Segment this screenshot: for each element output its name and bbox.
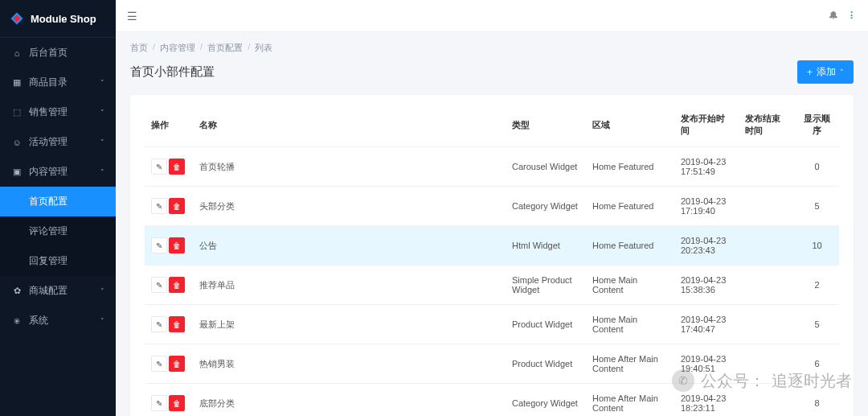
chevron-icon: ˅ [100, 109, 104, 117]
nav-label: 系统 [29, 314, 100, 327]
sidebar-item[interactable]: ⌂ 后台首页 [0, 38, 116, 68]
nav-label: 商城配置 [29, 284, 100, 298]
nav: ⌂ 后台首页 ▦ 商品目录 ˅⬚ 销售管理 ˅☺ 活动管理 ˅▣ 内容管理 ˄首… [0, 38, 116, 416]
sidebar-item[interactable]: ▣ 内容管理 ˄ [0, 157, 116, 187]
hamburger-icon[interactable]: ☰ [127, 10, 137, 23]
cell-zone: Home After Main Content [586, 344, 674, 384]
nav-sub-label: 首页配置 [29, 195, 104, 208]
cell-start: 2019-04-2317:51:49 [674, 147, 739, 187]
table-row[interactable]: ✎ 🗑 公告 Html Widget Home Featured 2019-04… [145, 226, 839, 266]
cell-order: 0 [795, 147, 839, 187]
table-row[interactable]: ✎ 🗑 首页轮播 Carousel Widget Home Featured 2… [145, 147, 839, 187]
cell-name: 推荐单品 [193, 266, 506, 305]
brand-name: Module Shop [31, 13, 96, 25]
nav-icon: ▦ [11, 77, 23, 88]
delete-button[interactable]: 🗑 [169, 198, 185, 214]
cell-order: 5 [795, 187, 839, 226]
sidebar-item[interactable]: ▦ 商品目录 ˅ [0, 68, 116, 97]
cell-start: 2019-04-2315:38:36 [674, 266, 739, 305]
edit-button[interactable]: ✎ [151, 395, 167, 411]
bell-icon[interactable]: 🔔︎ [828, 10, 838, 22]
widget-table: 操作 名称 类型 区域 发布开始时间 发布结束时间 显示顺序 ✎ 🗑 首页轮播 … [145, 103, 839, 416]
th-type: 类型 [506, 103, 586, 147]
cell-zone: Home Featured [586, 147, 674, 187]
delete-button[interactable]: 🗑 [169, 237, 185, 253]
chevron-icon: ˅ [100, 79, 104, 87]
cell-order: 5 [795, 305, 839, 344]
edit-button[interactable]: ✎ [151, 316, 167, 332]
cell-start: 2019-04-2317:40:47 [674, 305, 739, 344]
cell-zone: Home Featured [586, 187, 674, 226]
edit-button[interactable]: ✎ [151, 159, 167, 175]
edit-button[interactable]: ✎ [151, 237, 167, 253]
nav-icon: ⌂ [11, 48, 23, 58]
cell-end [739, 147, 795, 187]
chevron-down-icon: ˅ [840, 68, 844, 76]
nav-label: 商品目录 [29, 76, 100, 89]
cell-end [739, 305, 795, 344]
nav-icon: ⛯ [11, 316, 23, 326]
breadcrumb-item[interactable]: 首页 [130, 42, 148, 54]
sidebar-subitem[interactable]: 首页配置 [0, 187, 116, 216]
delete-button[interactable]: 🗑 [169, 277, 185, 293]
brand-logo-icon [10, 11, 24, 26]
add-button[interactable]: + 添加 ˅ [797, 60, 854, 84]
nav-icon: ☺ [11, 138, 23, 147]
nav-label: 后台首页 [29, 46, 104, 60]
edit-button[interactable]: ✎ [151, 356, 167, 372]
cell-type: Product Widget [506, 344, 586, 384]
breadcrumb-sep: / [200, 42, 203, 54]
breadcrumb-item[interactable]: 内容管理 [160, 42, 195, 54]
th-op: 操作 [145, 103, 193, 147]
cell-type: Html Widget [506, 226, 586, 266]
chevron-icon: ˅ [100, 317, 104, 325]
nav-label: 内容管理 [29, 165, 100, 179]
breadcrumb-sep: / [248, 42, 250, 54]
table-row[interactable]: ✎ 🗑 底部分类 Category Widget Home After Main… [145, 384, 839, 417]
delete-button[interactable]: 🗑 [169, 159, 185, 175]
edit-button[interactable]: ✎ [151, 198, 167, 214]
breadcrumb-item: 列表 [255, 42, 272, 54]
cell-name: 公告 [193, 226, 506, 266]
delete-button[interactable]: 🗑 [169, 356, 185, 372]
table-row[interactable]: ✎ 🗑 头部分类 Category Widget Home Featured 2… [145, 187, 839, 226]
cell-name: 热销男装 [193, 344, 506, 384]
chevron-icon: ˄ [100, 168, 104, 176]
th-zone: 区域 [586, 103, 674, 147]
table-row[interactable]: ✎ 🗑 最新上架 Product Widget Home Main Conten… [145, 305, 839, 344]
table-row[interactable]: ✎ 🗑 热销男装 Product Widget Home After Main … [145, 344, 839, 384]
cell-start: 2019-04-2318:23:11 [674, 384, 739, 417]
cell-zone: Home Featured [586, 226, 674, 266]
table-row[interactable]: ✎ 🗑 推荐单品 Simple Product Widget Home Main… [145, 266, 839, 305]
nav-sub-label: 评论管理 [29, 224, 104, 238]
sidebar-item[interactable]: ✿ 商城配置 ˅ [0, 276, 116, 306]
cell-order: 8 [795, 384, 839, 417]
cell-end [739, 226, 795, 266]
edit-button[interactable]: ✎ [151, 277, 167, 293]
cell-order: 2 [795, 266, 839, 305]
nav-icon: ▣ [11, 167, 23, 177]
add-button-label: 添加 [817, 65, 836, 79]
brand: Module Shop [0, 0, 116, 38]
page-title: 首页小部件配置 [130, 64, 215, 80]
cell-type: Product Widget [506, 305, 586, 344]
menu-dots-icon[interactable]: ⠇ [850, 10, 857, 22]
chevron-icon: ˅ [100, 138, 104, 146]
cell-zone: Home Main Content [586, 266, 674, 305]
cell-name: 首页轮播 [193, 147, 506, 187]
delete-button[interactable]: 🗑 [169, 316, 185, 332]
cell-zone: Home Main Content [586, 305, 674, 344]
main: ☰ 🔔︎ ⠇ 首页/内容管理/首页配置/列表 首页小部件配置 + 添加 ˅ [116, 0, 868, 416]
th-order: 显示顺序 [795, 103, 839, 147]
cell-type: Category Widget [506, 187, 586, 226]
sidebar-subitem[interactable]: 回复管理 [0, 246, 116, 276]
th-name: 名称 [193, 103, 506, 147]
breadcrumb-item[interactable]: 首页配置 [207, 42, 243, 54]
delete-button[interactable]: 🗑 [169, 395, 185, 411]
sidebar-item[interactable]: ⛯ 系统 ˅ [0, 306, 116, 336]
sidebar-subitem[interactable]: 评论管理 [0, 216, 116, 246]
cell-end [739, 344, 795, 384]
sidebar-item[interactable]: ☺ 活动管理 ˅ [0, 127, 116, 157]
sidebar-item[interactable]: ⬚ 销售管理 ˅ [0, 97, 116, 127]
nav-icon: ⬚ [11, 107, 23, 117]
